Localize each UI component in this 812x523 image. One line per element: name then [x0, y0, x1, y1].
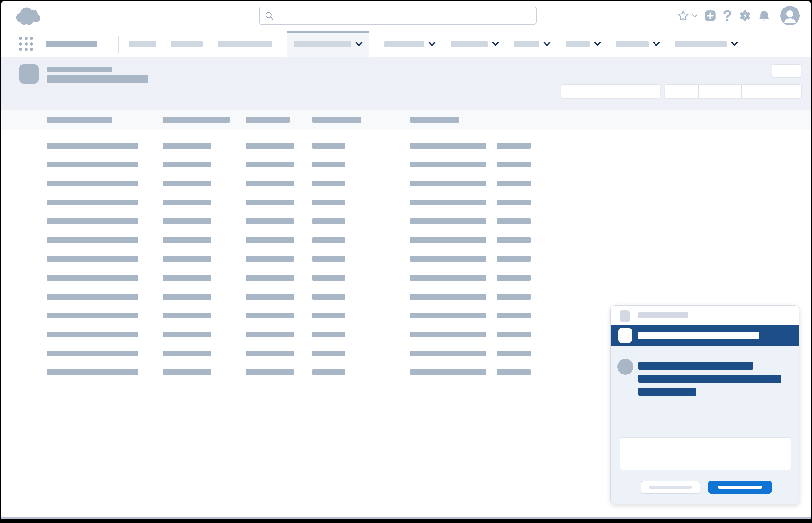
header-corner-button[interactable]: [772, 64, 801, 77]
tab-label-placeholder: [675, 41, 727, 47]
app-launcher-grid-icon: [19, 42, 22, 46]
cell-placeholder: [163, 237, 211, 243]
cell-placeholder: [312, 350, 345, 356]
table-row[interactable]: [1, 174, 811, 193]
nav-tab[interactable]: [514, 31, 551, 57]
app-launcher-grid-icon: [24, 37, 28, 40]
cell-placeholder: [163, 181, 211, 186]
primary-action-button[interactable]: [561, 84, 660, 98]
cell-placeholder: [47, 369, 138, 375]
cell-placeholder: [246, 199, 294, 205]
group-action-button[interactable]: [741, 85, 785, 98]
sender-avatar-icon: [617, 359, 634, 375]
cell-placeholder: [246, 256, 294, 262]
table-row[interactable]: [1, 231, 811, 250]
cell-placeholder: [47, 256, 138, 262]
nav-tab[interactable]: [218, 31, 272, 57]
group-action-button[interactable]: [665, 85, 698, 98]
setup-gear-icon[interactable]: [738, 9, 751, 22]
table-row[interactable]: [1, 136, 811, 155]
app-launcher-grid-icon: [30, 42, 33, 46]
chat-panel-header[interactable]: [611, 306, 799, 325]
table-row[interactable]: [1, 193, 811, 212]
cell-placeholder: [497, 256, 531, 262]
app-launcher-grid-icon: [24, 48, 28, 51]
cell-placeholder: [497, 237, 531, 243]
page-header: [1, 57, 811, 109]
docked-chat-panel: [610, 305, 799, 504]
cell-placeholder: [497, 218, 531, 224]
user-avatar-icon[interactable]: [780, 6, 800, 26]
nav-tab[interactable]: [616, 31, 660, 57]
tab-label-placeholder: [451, 41, 488, 47]
nav-tab-active[interactable]: [287, 31, 369, 57]
group-action-button[interactable]: [698, 85, 741, 98]
chevron-down-icon: [492, 41, 499, 46]
chat-record-banner[interactable]: [611, 325, 799, 346]
cell-placeholder: [163, 162, 211, 167]
app-launcher-grid-icon: [24, 42, 28, 46]
cell-placeholder: [410, 313, 486, 319]
group-action-button[interactable]: [785, 85, 801, 98]
nav-tab[interactable]: [451, 31, 499, 57]
cell-placeholder: [47, 275, 138, 281]
chat-secondary-button[interactable]: [641, 481, 700, 494]
cell-placeholder: [497, 350, 531, 356]
chat-send-button[interactable]: [708, 481, 772, 494]
nav-tab[interactable]: [171, 31, 203, 57]
cell-placeholder: [246, 181, 294, 186]
cell-placeholder: [497, 143, 531, 148]
nav-tab[interactable]: [384, 31, 436, 57]
table-row[interactable]: [1, 212, 811, 231]
cell-placeholder: [410, 162, 486, 167]
cell-placeholder: [312, 369, 345, 375]
notifications-bell-icon[interactable]: [758, 10, 771, 22]
cell-placeholder: [410, 275, 486, 281]
cell-placeholder: [410, 181, 486, 186]
search-input[interactable]: [259, 6, 537, 24]
cell-placeholder: [410, 332, 486, 337]
favorites-chevron-icon[interactable]: [692, 14, 698, 18]
favorites-star-icon[interactable]: [677, 10, 690, 22]
cell-placeholder: [312, 143, 345, 148]
cell-placeholder: [163, 369, 211, 375]
cell-placeholder: [312, 256, 345, 262]
table-row[interactable]: [1, 287, 811, 306]
cell-placeholder: [246, 218, 294, 224]
tab-label-placeholder: [514, 41, 539, 47]
chat-record-icon: [618, 328, 632, 343]
chat-message-line-placeholder: [638, 375, 781, 383]
app-launcher-button[interactable]: [19, 37, 33, 51]
cell-placeholder: [163, 350, 211, 356]
salesforce-cloud-logo: [13, 4, 44, 28]
nav-tab[interactable]: [675, 31, 738, 57]
cell-placeholder: [497, 332, 531, 337]
cell-placeholder: [410, 369, 486, 375]
chat-message-input[interactable]: [620, 437, 791, 470]
cell-placeholder: [497, 199, 531, 205]
chat-send-label-placeholder: [718, 486, 762, 489]
nav-tab[interactable]: [566, 31, 601, 57]
chat-message-line-placeholder: [638, 388, 696, 396]
help-icon[interactable]: ?: [723, 8, 732, 23]
app-launcher-grid-icon: [30, 48, 33, 51]
cell-placeholder: [410, 350, 486, 356]
header-action-buttons: [561, 84, 801, 98]
table-row[interactable]: [1, 250, 811, 268]
add-icon[interactable]: [704, 10, 716, 22]
app-launcher-grid-icon: [30, 37, 33, 40]
tab-label-placeholder: [294, 41, 351, 47]
cell-placeholder: [163, 256, 211, 262]
cell-placeholder: [47, 237, 138, 243]
cell-placeholder: [497, 369, 531, 375]
table-row[interactable]: [1, 155, 811, 174]
cell-placeholder: [497, 294, 531, 300]
cell-placeholder: [497, 313, 531, 319]
cell-placeholder: [246, 143, 294, 148]
table-row[interactable]: [1, 268, 811, 287]
tab-label-placeholder: [171, 41, 203, 47]
nav-tab[interactable]: [129, 31, 156, 57]
cell-placeholder: [47, 294, 138, 300]
cell-placeholder: [47, 162, 138, 167]
cell-placeholder: [47, 143, 138, 148]
